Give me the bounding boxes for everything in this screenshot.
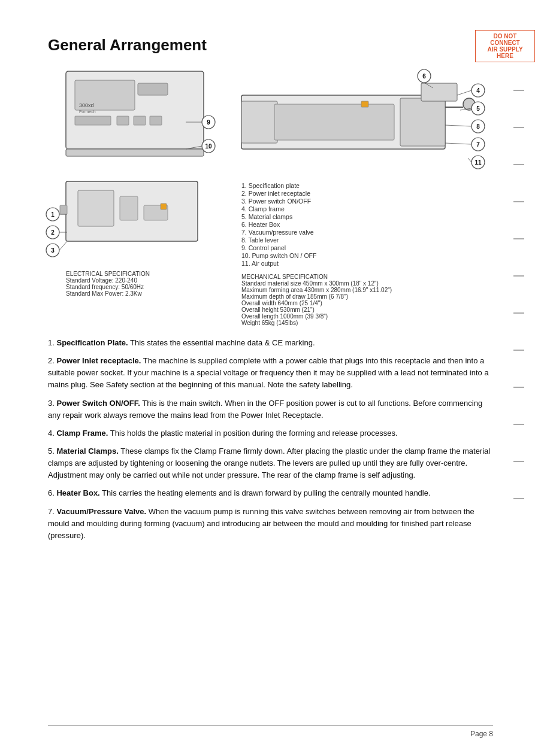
svg-text:4: 4 bbox=[476, 87, 480, 94]
right-diagrams: 6 4 5 8 7 11 bbox=[241, 65, 493, 326]
svg-rect-4 bbox=[117, 116, 129, 125]
body-section-3: 3. Power Switch ON/OFF. This is the main… bbox=[48, 397, 493, 421]
legend-item-5: 5. Material clamps bbox=[241, 213, 422, 220]
mech-spec-line-2: Maximum forming area 430mm x 280mm (16.9… bbox=[241, 287, 493, 293]
electrical-spec: ELECTRICAL SPECIFICATION Standard Voltag… bbox=[66, 271, 234, 297]
body-6-number: 6. bbox=[48, 488, 56, 497]
body-5-bold: Material Clamps. bbox=[56, 447, 118, 456]
svg-line-50 bbox=[445, 125, 471, 126]
page-title: General Arrangement bbox=[48, 36, 493, 54]
body-3-number: 3. bbox=[48, 399, 56, 408]
body-1-text: This states the essential machine data &… bbox=[128, 338, 315, 347]
svg-line-53 bbox=[445, 143, 471, 144]
legend-column: 1. Specification plate 2. Power inlet re… bbox=[241, 178, 422, 268]
body-section-4: 4. Clamp Frame. This holds the plastic m… bbox=[48, 427, 493, 439]
svg-rect-21 bbox=[161, 204, 167, 210]
svg-text:9: 9 bbox=[207, 119, 210, 126]
body-4-text: This holds the plastic material in posit… bbox=[108, 429, 397, 438]
diagram-area: 300xd Formech 9 10 bbox=[48, 65, 493, 326]
svg-rect-7 bbox=[66, 149, 204, 156]
svg-line-44 bbox=[457, 90, 471, 95]
legend-item-6: 6. Heater Box bbox=[241, 221, 422, 228]
margin-lines bbox=[513, 90, 524, 499]
body-7-bold: Vacuum/Pressure Valve. bbox=[56, 507, 146, 516]
svg-text:10: 10 bbox=[205, 143, 212, 150]
legend-item-9: 9. Control panel bbox=[241, 244, 422, 251]
svg-text:11: 11 bbox=[474, 159, 482, 166]
svg-line-56 bbox=[468, 158, 471, 162]
body-text-area: 1. Specification Plate. This states the … bbox=[48, 337, 493, 542]
legend-item-1: 1. Specification plate bbox=[241, 182, 422, 189]
svg-rect-17 bbox=[78, 190, 114, 226]
svg-rect-2 bbox=[138, 83, 168, 95]
mech-spec-line-5: Overall height 530mm (21") bbox=[241, 306, 493, 313]
page-number: Page 8 bbox=[470, 730, 493, 738]
legend-and-warning: 1. Specification plate 2. Power inlet re… bbox=[241, 178, 493, 268]
legend-item-4: 4. Clamp frame bbox=[241, 205, 422, 212]
body-5-number: 5. bbox=[48, 447, 56, 456]
body-7-number: 7. bbox=[48, 507, 56, 516]
body-2-bold: Power Inlet receptacle. bbox=[56, 356, 141, 365]
svg-text:1: 1 bbox=[51, 211, 55, 218]
footer-rule: Page 8 bbox=[48, 725, 493, 738]
svg-rect-3 bbox=[75, 116, 111, 125]
mech-spec-title: MECHANICAL SPECIFICATION bbox=[241, 274, 493, 280]
svg-rect-38 bbox=[361, 101, 368, 107]
legend-item-2: 2. Power inlet receptacle bbox=[241, 190, 422, 197]
body-1-number: 1. bbox=[48, 338, 56, 347]
svg-text:5: 5 bbox=[476, 105, 480, 112]
mech-spec-line-6: Overall length 1000mm (39 3/8") bbox=[241, 313, 493, 320]
svg-rect-5 bbox=[134, 116, 146, 125]
elec-spec-line-2: Standard frequency: 50/60Hz bbox=[66, 284, 234, 290]
body-section-6: 6. Heater Box. This carries the heating … bbox=[48, 487, 493, 499]
body-6-text: This carries the heating elements and is… bbox=[100, 488, 431, 497]
svg-text:8: 8 bbox=[476, 123, 480, 130]
legend-item-7: 7. Vacuum/pressure valve bbox=[241, 229, 422, 236]
body-4-number: 4. bbox=[48, 429, 56, 438]
body-1-bold: Specification Plate. bbox=[56, 338, 128, 347]
svg-rect-35 bbox=[421, 83, 457, 101]
machine-top-view: 6 4 5 8 7 11 bbox=[241, 65, 493, 176]
svg-rect-32 bbox=[241, 101, 277, 143]
svg-rect-20 bbox=[60, 205, 67, 214]
legend-item-11: 11. Air output bbox=[241, 260, 422, 267]
svg-line-30 bbox=[59, 241, 67, 250]
legend-list: 1. Specification plate 2. Power inlet re… bbox=[241, 182, 422, 268]
elec-spec-line-3: Standard Max Power: 2.3Kw bbox=[66, 290, 234, 297]
legend-item-8: 8. Table lever bbox=[241, 236, 422, 244]
svg-text:2: 2 bbox=[51, 229, 55, 236]
body-section-5: 5. Material Clamps. These clamps fix the… bbox=[48, 445, 493, 481]
svg-rect-33 bbox=[274, 104, 394, 140]
warning-line1: DO NOT CONNECT bbox=[479, 33, 531, 46]
body-3-bold: Power Switch ON/OFF. bbox=[56, 399, 140, 408]
left-diagrams: 300xd Formech 9 10 bbox=[48, 65, 234, 326]
warning-column: DO NOT CONNECT AIR SUPPLY HERE bbox=[427, 178, 493, 268]
do-not-connect-warning: DO NOT CONNECT AIR SUPPLY HERE bbox=[475, 30, 535, 62]
svg-text:7: 7 bbox=[476, 141, 480, 148]
body-section-1: 1. Specification Plate. This states the … bbox=[48, 337, 493, 349]
mech-spec-line-4: Overall width 640mm (25 1/4") bbox=[241, 300, 493, 306]
body-2-number: 2. bbox=[48, 356, 56, 365]
mechanical-spec: MECHANICAL SPECIFICATION Standard materi… bbox=[241, 274, 493, 326]
svg-rect-34 bbox=[400, 98, 445, 146]
mech-spec-line-3: Maximum depth of draw 185mm (6 7/8") bbox=[241, 293, 493, 300]
svg-rect-6 bbox=[150, 116, 162, 125]
svg-text:3: 3 bbox=[51, 247, 55, 254]
body-section-2: 2. Power Inlet receptacle. The machine i… bbox=[48, 355, 493, 391]
body-6-bold: Heater Box. bbox=[56, 488, 99, 497]
body-4-bold: Clamp Frame. bbox=[56, 429, 108, 438]
svg-text:300xd: 300xd bbox=[79, 102, 94, 108]
svg-text:6: 6 bbox=[422, 73, 426, 80]
warning-line2: AIR SUPPLY HERE bbox=[479, 46, 531, 59]
svg-rect-18 bbox=[120, 196, 138, 220]
footer-area: Page 8 bbox=[48, 725, 493, 738]
elec-spec-title: ELECTRICAL SPECIFICATION bbox=[66, 271, 234, 277]
legend-item-3: 3. Power switch ON/OFF bbox=[241, 198, 422, 205]
machine-side-view: 1 2 3 bbox=[48, 172, 234, 268]
body-section-7: 7. Vacuum/Pressure Valve. When the vacuu… bbox=[48, 506, 493, 542]
machine-front-view: 300xd Formech 9 10 bbox=[48, 65, 234, 170]
legend-item-10: 10. Pump switch ON / OFF bbox=[241, 252, 422, 259]
mech-spec-line-7: Weight 65kg (145lbs) bbox=[241, 320, 493, 326]
svg-text:Formech: Formech bbox=[79, 110, 96, 114]
mech-spec-line-1: Standard material size 450mm x 300mm (18… bbox=[241, 280, 493, 287]
